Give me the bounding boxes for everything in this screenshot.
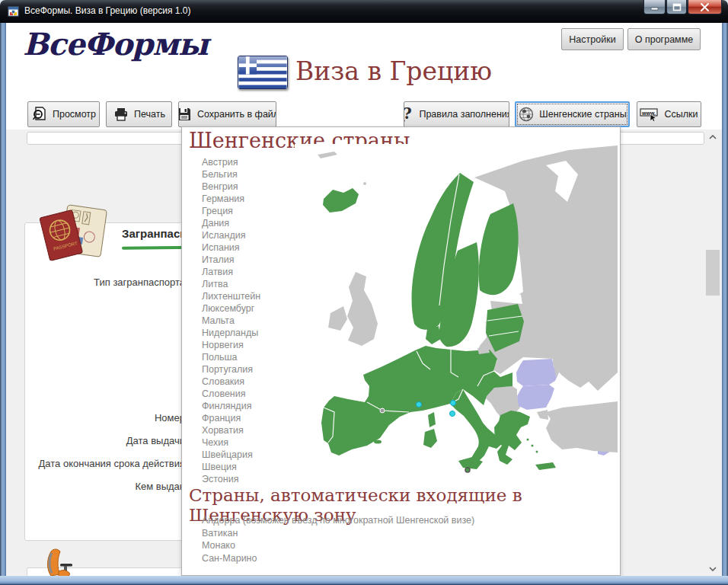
scroll-up-button[interactable] [705,130,720,143]
scrollbar-thumb[interactable] [706,250,720,296]
svg-text:www.: www. [641,110,656,116]
preview-icon [31,106,48,123]
map-malta-dot [465,468,470,472]
auto-country-item: Монако [202,539,598,552]
floppy-icon [178,106,193,123]
settings-button[interactable]: Настройки [561,28,624,50]
app-logo: ВсеФормы [23,26,208,62]
label-passport-number: Номер [29,412,185,424]
print-button[interactable]: Печать [106,101,172,127]
www-cursor-icon: www. [640,106,659,123]
scroll-down-button[interactable] [705,562,720,575]
app-icon [8,5,20,18]
passport-icon: PASSPORT [38,203,110,268]
links-button[interactable]: www. Ссылки [637,101,701,127]
auto-country-item: Андорра (возможен въезд по многократной … [202,514,598,527]
close-button[interactable] [688,0,722,14]
preview-button[interactable]: Просмотр [27,101,100,127]
print-label: Печать [134,109,165,120]
label-passport-type: Тип загранпаспорта [29,277,185,288]
map-monaco-dot [417,402,422,408]
schengen-label: Шенгенские страны [539,109,626,120]
title-bar: ВсеФормы. Виза в Грецию (версия 1.0) [0,0,728,23]
window-content: ВсеФормы Настройки О программе Виза в Гр… [6,23,722,576]
map-romania [516,359,559,386]
rules-label: Правила заполнения [419,109,509,120]
save-button[interactable]: Сохранить в файл [178,101,276,127]
preview-label: Просмотр [53,109,96,120]
maximize-button[interactable] [666,0,687,14]
page-title: Виза в Грецию [295,56,492,86]
about-button[interactable]: О программе [627,28,701,50]
phone-icon [40,547,89,576]
label-issue-date: Дата выдачи [29,435,185,446]
map-vatican-dot [450,411,455,417]
globe-icon [518,106,535,123]
map-sanmarino-dot [451,401,456,406]
minimize-button[interactable] [643,0,666,14]
greece-flag-icon [238,56,288,89]
vertical-scrollbar [704,130,721,575]
printer-icon [113,106,129,123]
map-andorra-dot [380,408,385,413]
auto-country-item: Сан-Марино [202,552,598,565]
question-icon: ? [404,106,414,123]
window-border-right [722,23,728,585]
window-title: ВсеФормы. Виза в Грецию (версия 1.0) [24,5,191,16]
schengen-popup: Шенгенские страны АвстрияБельгияВенгрияГ… [181,126,621,576]
window-border-left [0,23,6,585]
auto-country-item: Ватикан [202,527,598,540]
auto-country-list: Андорра (возможен въезд по многократной … [202,514,598,564]
rules-button[interactable]: ? Правила заполнения [404,101,509,127]
schengen-button[interactable]: Шенгенские страны [515,101,630,127]
window-border-bottom [0,576,728,585]
schengen-map [295,144,618,488]
label-issuer: Кем выдан [29,481,185,492]
links-label: Ссылки [664,109,698,120]
save-label: Сохранить в файл [197,109,276,120]
label-expiry-date: Дата окончания срока действия [29,458,185,469]
